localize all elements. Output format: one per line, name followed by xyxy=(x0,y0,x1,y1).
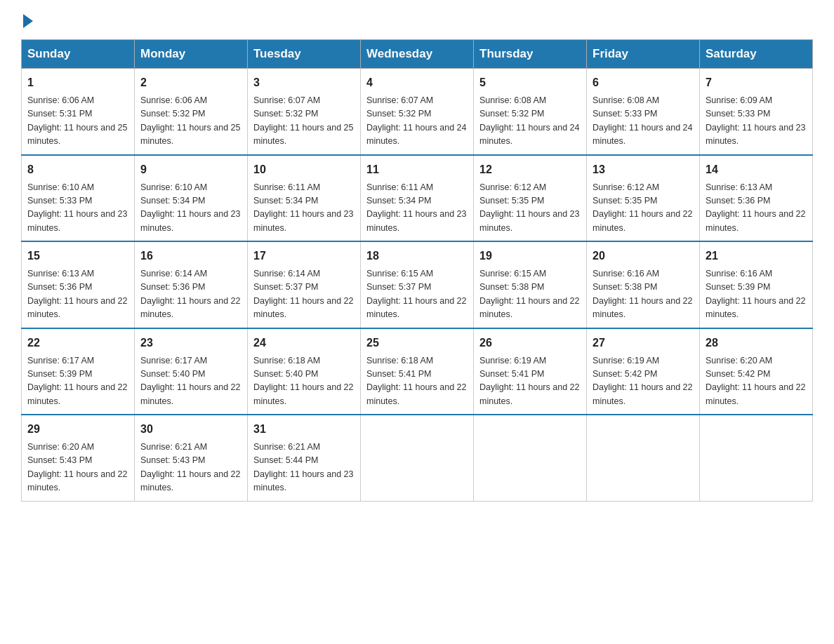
page-header xyxy=(21,14,813,25)
day-info: Sunrise: 6:14 AMSunset: 5:36 PMDaylight:… xyxy=(140,267,241,322)
day-info: Sunrise: 6:06 AMSunset: 5:31 PMDaylight:… xyxy=(27,94,128,149)
day-info: Sunrise: 6:20 AMSunset: 5:42 PMDaylight:… xyxy=(706,354,807,409)
day-number: 20 xyxy=(593,248,694,264)
day-number: 4 xyxy=(366,74,468,91)
day-cell: 16Sunrise: 6:14 AMSunset: 5:36 PMDayligh… xyxy=(135,241,248,328)
day-info: Sunrise: 6:13 AMSunset: 5:36 PMDaylight:… xyxy=(706,181,807,236)
day-number: 6 xyxy=(593,74,694,91)
header-tuesday: Tuesday xyxy=(248,40,361,69)
day-number: 19 xyxy=(479,248,581,264)
day-cell: 1Sunrise: 6:06 AMSunset: 5:31 PMDaylight… xyxy=(22,69,135,155)
header-monday: Monday xyxy=(135,40,248,69)
day-cell: 24Sunrise: 6:18 AMSunset: 5:40 PMDayligh… xyxy=(248,328,361,415)
header-sunday: Sunday xyxy=(22,40,135,69)
day-number: 14 xyxy=(706,161,807,178)
day-info: Sunrise: 6:06 AMSunset: 5:32 PMDaylight:… xyxy=(140,94,241,149)
day-cell: 26Sunrise: 6:19 AMSunset: 5:41 PMDayligh… xyxy=(474,328,587,415)
day-cell: 12Sunrise: 6:12 AMSunset: 5:35 PMDayligh… xyxy=(474,155,587,242)
day-number: 27 xyxy=(593,335,694,351)
day-info: Sunrise: 6:10 AMSunset: 5:33 PMDaylight:… xyxy=(27,181,128,236)
day-number: 26 xyxy=(479,335,581,351)
day-cell: 23Sunrise: 6:17 AMSunset: 5:40 PMDayligh… xyxy=(135,328,248,415)
day-info: Sunrise: 6:19 AMSunset: 5:41 PMDaylight:… xyxy=(479,354,581,409)
day-number: 31 xyxy=(253,421,355,438)
day-cell: 10Sunrise: 6:11 AMSunset: 5:34 PMDayligh… xyxy=(248,155,361,242)
day-number: 3 xyxy=(253,74,355,91)
day-info: Sunrise: 6:08 AMSunset: 5:32 PMDaylight:… xyxy=(479,94,581,149)
day-cell: 28Sunrise: 6:20 AMSunset: 5:42 PMDayligh… xyxy=(700,328,813,415)
day-info: Sunrise: 6:21 AMSunset: 5:43 PMDaylight:… xyxy=(140,441,241,495)
day-info: Sunrise: 6:11 AMSunset: 5:34 PMDaylight:… xyxy=(253,181,355,236)
day-info: Sunrise: 6:17 AMSunset: 5:40 PMDaylight:… xyxy=(140,354,241,409)
week-row-1: 1Sunrise: 6:06 AMSunset: 5:31 PMDaylight… xyxy=(22,69,813,155)
day-cell: 22Sunrise: 6:17 AMSunset: 5:39 PMDayligh… xyxy=(22,328,135,415)
day-cell: 29Sunrise: 6:20 AMSunset: 5:43 PMDayligh… xyxy=(22,415,135,501)
day-cell: 31Sunrise: 6:21 AMSunset: 5:44 PMDayligh… xyxy=(248,415,361,501)
day-info: Sunrise: 6:07 AMSunset: 5:32 PMDaylight:… xyxy=(366,94,468,149)
day-number: 18 xyxy=(366,248,468,264)
day-info: Sunrise: 6:21 AMSunset: 5:44 PMDaylight:… xyxy=(253,441,355,495)
day-cell: 9Sunrise: 6:10 AMSunset: 5:34 PMDaylight… xyxy=(135,155,248,242)
day-info: Sunrise: 6:10 AMSunset: 5:34 PMDaylight:… xyxy=(140,181,241,236)
day-cell: 6Sunrise: 6:08 AMSunset: 5:33 PMDaylight… xyxy=(587,69,700,155)
day-number: 17 xyxy=(253,248,355,264)
day-number: 12 xyxy=(479,161,581,178)
day-number: 22 xyxy=(27,335,128,351)
day-cell: 11Sunrise: 6:11 AMSunset: 5:34 PMDayligh… xyxy=(361,155,474,242)
day-number: 2 xyxy=(140,74,241,91)
header-friday: Friday xyxy=(587,40,700,69)
day-number: 23 xyxy=(140,335,241,351)
day-info: Sunrise: 6:11 AMSunset: 5:34 PMDaylight:… xyxy=(366,181,468,236)
day-cell: 13Sunrise: 6:12 AMSunset: 5:35 PMDayligh… xyxy=(587,155,700,242)
day-info: Sunrise: 6:07 AMSunset: 5:32 PMDaylight:… xyxy=(253,94,355,149)
day-number: 5 xyxy=(479,74,581,91)
calendar-table: SundayMondayTuesdayWednesdayThursdayFrid… xyxy=(21,39,813,502)
day-cell: 20Sunrise: 6:16 AMSunset: 5:38 PMDayligh… xyxy=(587,241,700,328)
day-cell: 21Sunrise: 6:16 AMSunset: 5:39 PMDayligh… xyxy=(700,241,813,328)
day-number: 7 xyxy=(706,74,807,91)
day-number: 15 xyxy=(27,248,128,264)
day-cell: 27Sunrise: 6:19 AMSunset: 5:42 PMDayligh… xyxy=(587,328,700,415)
header-wednesday: Wednesday xyxy=(361,40,474,69)
day-cell: 18Sunrise: 6:15 AMSunset: 5:37 PMDayligh… xyxy=(361,241,474,328)
day-cell: 2Sunrise: 6:06 AMSunset: 5:32 PMDaylight… xyxy=(135,69,248,155)
day-info: Sunrise: 6:18 AMSunset: 5:40 PMDaylight:… xyxy=(253,354,355,409)
week-row-4: 22Sunrise: 6:17 AMSunset: 5:39 PMDayligh… xyxy=(22,328,813,415)
day-number: 8 xyxy=(27,161,128,178)
day-cell: 19Sunrise: 6:15 AMSunset: 5:38 PMDayligh… xyxy=(474,241,587,328)
day-cell: 5Sunrise: 6:08 AMSunset: 5:32 PMDaylight… xyxy=(474,69,587,155)
week-row-3: 15Sunrise: 6:13 AMSunset: 5:36 PMDayligh… xyxy=(22,241,813,328)
day-number: 9 xyxy=(140,161,241,178)
header-saturday: Saturday xyxy=(700,40,813,69)
day-info: Sunrise: 6:16 AMSunset: 5:39 PMDaylight:… xyxy=(706,267,807,322)
day-info: Sunrise: 6:08 AMSunset: 5:33 PMDaylight:… xyxy=(593,94,694,149)
day-info: Sunrise: 6:09 AMSunset: 5:33 PMDaylight:… xyxy=(706,94,807,149)
day-cell: 8Sunrise: 6:10 AMSunset: 5:33 PMDaylight… xyxy=(22,155,135,242)
day-cell xyxy=(361,415,474,501)
logo-arrow-icon xyxy=(23,14,33,28)
header-thursday: Thursday xyxy=(474,40,587,69)
day-number: 28 xyxy=(706,335,807,351)
day-info: Sunrise: 6:18 AMSunset: 5:41 PMDaylight:… xyxy=(366,354,468,409)
day-number: 16 xyxy=(140,248,241,264)
week-row-2: 8Sunrise: 6:10 AMSunset: 5:33 PMDaylight… xyxy=(22,155,813,242)
day-number: 29 xyxy=(27,421,128,438)
day-info: Sunrise: 6:19 AMSunset: 5:42 PMDaylight:… xyxy=(593,354,694,409)
day-info: Sunrise: 6:16 AMSunset: 5:38 PMDaylight:… xyxy=(593,267,694,322)
day-info: Sunrise: 6:17 AMSunset: 5:39 PMDaylight:… xyxy=(27,354,128,409)
day-info: Sunrise: 6:13 AMSunset: 5:36 PMDaylight:… xyxy=(27,267,128,322)
day-info: Sunrise: 6:12 AMSunset: 5:35 PMDaylight:… xyxy=(593,181,694,236)
day-info: Sunrise: 6:12 AMSunset: 5:35 PMDaylight:… xyxy=(479,181,581,236)
logo xyxy=(21,14,33,25)
day-cell: 4Sunrise: 6:07 AMSunset: 5:32 PMDaylight… xyxy=(361,69,474,155)
day-info: Sunrise: 6:14 AMSunset: 5:37 PMDaylight:… xyxy=(253,267,355,322)
day-info: Sunrise: 6:20 AMSunset: 5:43 PMDaylight:… xyxy=(27,441,128,495)
day-cell: 25Sunrise: 6:18 AMSunset: 5:41 PMDayligh… xyxy=(361,328,474,415)
day-number: 25 xyxy=(366,335,468,351)
header-row: SundayMondayTuesdayWednesdayThursdayFrid… xyxy=(22,40,813,69)
day-number: 11 xyxy=(366,161,468,178)
day-cell: 17Sunrise: 6:14 AMSunset: 5:37 PMDayligh… xyxy=(248,241,361,328)
day-cell: 30Sunrise: 6:21 AMSunset: 5:43 PMDayligh… xyxy=(135,415,248,501)
day-cell: 7Sunrise: 6:09 AMSunset: 5:33 PMDaylight… xyxy=(700,69,813,155)
day-cell: 14Sunrise: 6:13 AMSunset: 5:36 PMDayligh… xyxy=(700,155,813,242)
